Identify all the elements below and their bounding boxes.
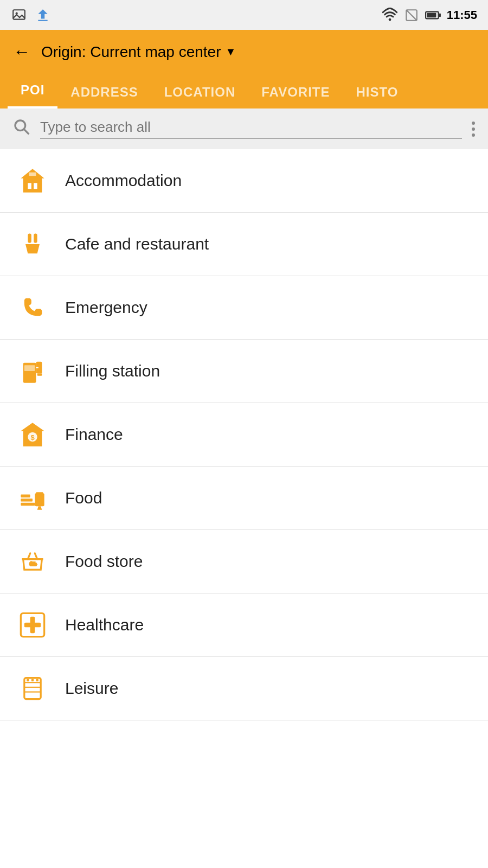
time-display: 11:55 bbox=[447, 8, 477, 22]
wifi-icon bbox=[382, 7, 398, 23]
healthcare-label: Healthcare bbox=[65, 616, 144, 634]
food-icon bbox=[16, 482, 49, 514]
svg-rect-17 bbox=[34, 234, 37, 243]
status-bar: 11:55 bbox=[0, 0, 488, 30]
list-item[interactable]: $ Finance bbox=[0, 403, 488, 467]
finance-icon: $ bbox=[16, 418, 49, 451]
filling-station-label: Filling station bbox=[65, 362, 160, 380]
svg-rect-33 bbox=[24, 623, 41, 628]
list-item[interactable]: Accommodation bbox=[0, 149, 488, 213]
origin-selector[interactable]: Origin: Current map center ▼ bbox=[41, 43, 236, 61]
tab-history[interactable]: HISTO bbox=[343, 76, 411, 108]
svg-rect-19 bbox=[24, 365, 35, 371]
list-item[interactable]: Emergency bbox=[0, 276, 488, 340]
tab-favorite[interactable]: FAVORITE bbox=[248, 76, 343, 108]
poi-category-list: Accommodation Cafe and restaurant Emerge… bbox=[0, 149, 488, 720]
fuel-icon bbox=[16, 355, 49, 387]
tab-poi[interactable]: POI bbox=[8, 74, 57, 108]
svg-rect-15 bbox=[29, 173, 36, 176]
food-store-icon bbox=[16, 545, 49, 578]
list-item[interactable]: Leisure bbox=[0, 657, 488, 720]
svg-point-10 bbox=[15, 120, 25, 131]
origin-dropdown-arrow: ▼ bbox=[225, 46, 236, 58]
svg-marker-2 bbox=[38, 9, 47, 18]
svg-rect-38 bbox=[27, 679, 29, 681]
healthcare-icon bbox=[16, 609, 49, 641]
leisure-label: Leisure bbox=[65, 679, 118, 698]
search-input[interactable] bbox=[40, 119, 462, 139]
back-button[interactable]: ← bbox=[13, 42, 30, 62]
cafe-icon bbox=[16, 228, 49, 260]
svg-rect-26 bbox=[21, 503, 35, 506]
finance-label: Finance bbox=[65, 425, 123, 444]
list-item[interactable]: Food store bbox=[0, 530, 488, 593]
svg-rect-40 bbox=[36, 679, 38, 681]
download-icon bbox=[35, 7, 51, 23]
svg-line-6 bbox=[406, 10, 417, 21]
svg-rect-0 bbox=[13, 10, 25, 19]
app-header: ← Origin: Current map center ▼ POI ADDRE… bbox=[0, 30, 488, 108]
emergency-label: Emergency bbox=[65, 298, 147, 317]
search-bar bbox=[0, 108, 488, 149]
list-item[interactable]: Filling station bbox=[0, 340, 488, 403]
svg-rect-27 bbox=[21, 499, 33, 501]
svg-rect-13 bbox=[28, 183, 31, 189]
tab-location[interactable]: LOCATION bbox=[151, 76, 249, 108]
svg-rect-3 bbox=[38, 20, 47, 21]
status-bar-right: 11:55 bbox=[382, 7, 477, 23]
svg-rect-8 bbox=[427, 12, 436, 17]
svg-rect-9 bbox=[439, 13, 440, 16]
food-label: Food bbox=[65, 489, 102, 507]
svg-line-11 bbox=[24, 130, 29, 135]
svg-rect-14 bbox=[34, 183, 37, 189]
list-item[interactable]: Cafe and restaurant bbox=[0, 213, 488, 276]
svg-rect-39 bbox=[31, 679, 34, 681]
emergency-icon bbox=[16, 291, 49, 324]
svg-rect-21 bbox=[37, 373, 42, 375]
leisure-icon bbox=[16, 672, 49, 705]
tab-bar: POI ADDRESS LOCATION FAVORITE HISTO bbox=[0, 74, 488, 108]
battery-icon bbox=[425, 7, 441, 23]
list-item[interactable]: Food bbox=[0, 467, 488, 530]
svg-point-4 bbox=[388, 18, 391, 21]
accommodation-label: Accommodation bbox=[65, 171, 182, 190]
cafe-label: Cafe and restaurant bbox=[65, 235, 209, 253]
svg-text:$: $ bbox=[30, 433, 35, 442]
food-store-label: Food store bbox=[65, 552, 143, 571]
accommodation-icon bbox=[16, 164, 49, 197]
more-options-button[interactable] bbox=[472, 122, 475, 137]
search-icon bbox=[13, 118, 30, 139]
image-icon bbox=[11, 7, 27, 23]
svg-rect-30 bbox=[36, 492, 43, 494]
list-item[interactable]: Healthcare bbox=[0, 593, 488, 657]
origin-label: Origin: Current map center bbox=[41, 43, 221, 61]
svg-rect-16 bbox=[28, 234, 31, 243]
svg-rect-28 bbox=[21, 495, 30, 497]
svg-rect-29 bbox=[35, 493, 44, 506]
sim-icon bbox=[403, 7, 420, 23]
tab-address[interactable]: ADDRESS bbox=[57, 76, 151, 108]
status-bar-left bbox=[11, 7, 51, 23]
